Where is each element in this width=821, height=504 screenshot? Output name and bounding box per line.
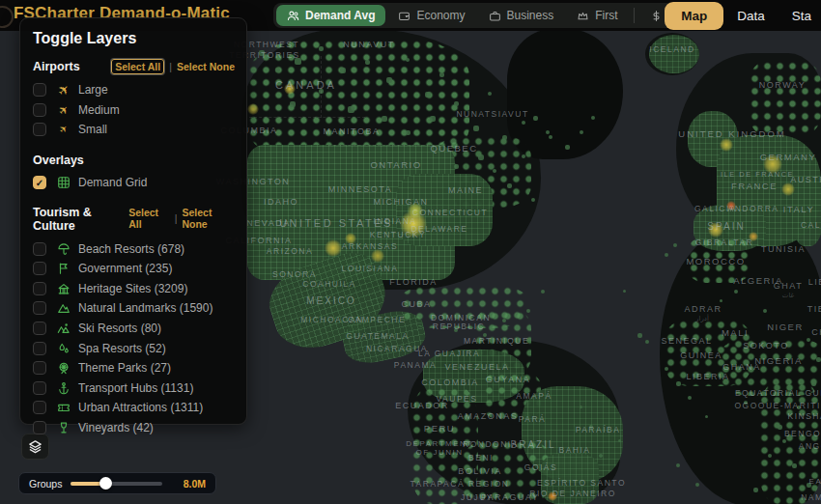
layer-checkbox[interactable] bbox=[33, 401, 46, 414]
map-label: BENGO bbox=[784, 429, 821, 438]
demand-dot bbox=[565, 145, 570, 150]
select-none-link[interactable]: Select None bbox=[182, 207, 235, 230]
layers-icon bbox=[28, 439, 42, 454]
layer-row-transport-hubs: Transport Hubs (1131) bbox=[33, 378, 235, 399]
layer-checkbox[interactable] bbox=[33, 103, 46, 117]
layer-checkbox[interactable] bbox=[33, 282, 46, 295]
map-label: ADRAR bbox=[684, 304, 722, 314]
layer-label: Transport Hubs (1131) bbox=[78, 381, 193, 395]
map-label: ESPÍRITO SANTO bbox=[537, 478, 626, 488]
wallet-icon bbox=[398, 10, 410, 22]
demand-patch bbox=[541, 454, 599, 504]
map-label: CANADA bbox=[275, 79, 337, 91]
demand-patch bbox=[247, 145, 455, 280]
map-label: RIO DE JANEIRO bbox=[529, 489, 615, 498]
beach-umbrella-icon bbox=[55, 242, 72, 256]
demand-dot bbox=[439, 72, 444, 77]
layer-row-government: Government (235) bbox=[33, 259, 235, 279]
map-label: NIGERIA bbox=[754, 355, 803, 366]
map-label: SENEGAL bbox=[661, 336, 712, 346]
demand-hotspot bbox=[247, 103, 259, 115]
map-label: COAHUILA bbox=[302, 279, 355, 289]
map-label: MICHIGAN bbox=[374, 197, 429, 207]
plane-icon: ✈ bbox=[55, 104, 72, 116]
demand-dot bbox=[522, 121, 525, 125]
class-button-business[interactable]: Business bbox=[478, 5, 565, 26]
layer-checkbox[interactable] bbox=[33, 301, 46, 315]
select-none-link[interactable]: Select None bbox=[177, 61, 235, 72]
demand-dot bbox=[430, 116, 436, 122]
layer-checkbox[interactable] bbox=[33, 123, 46, 136]
map-label: CUBA bbox=[401, 299, 431, 309]
main-nav: MapDataSta bbox=[665, 0, 821, 31]
demand-dot bbox=[319, 89, 324, 94]
demand-dot bbox=[531, 198, 535, 202]
anchor-icon bbox=[55, 381, 72, 395]
layer-row-medium: ✈Medium bbox=[33, 100, 235, 121]
land-mass bbox=[241, 29, 541, 290]
map-label: ARIZONA bbox=[267, 246, 313, 256]
demand-dot bbox=[425, 92, 431, 98]
slider-thumb[interactable] bbox=[99, 477, 112, 490]
demand-dot bbox=[811, 381, 816, 386]
map-label: INDIANA bbox=[374, 216, 417, 226]
demand-patch bbox=[522, 386, 623, 483]
layer-checkbox[interactable] bbox=[33, 421, 46, 434]
class-button-demand-avg[interactable]: Demand Avg bbox=[276, 5, 385, 26]
demand-hotspot bbox=[371, 249, 384, 263]
layer-checkbox[interactable] bbox=[33, 83, 46, 97]
class-button-first[interactable]: First bbox=[566, 5, 628, 26]
map-label: GERMANY bbox=[760, 152, 817, 162]
map-label: MANITOBA bbox=[324, 126, 381, 136]
people-icon bbox=[287, 10, 299, 22]
demand-dot bbox=[589, 425, 593, 429]
layer-row-heritage-sites: Heritage Sites (3209) bbox=[33, 279, 235, 299]
map-label: GIBRALTAR bbox=[695, 238, 753, 247]
select-all-link[interactable]: Select All bbox=[128, 207, 170, 230]
layer-checkbox[interactable] bbox=[33, 242, 46, 256]
demand-patch bbox=[665, 319, 751, 386]
briefcase-icon bbox=[489, 10, 501, 22]
nav-item-map[interactable]: Map bbox=[665, 2, 723, 30]
demand-dot bbox=[705, 415, 708, 418]
groups-slider-bar: Groups 8.0M bbox=[18, 472, 216, 494]
demand-patch bbox=[261, 245, 396, 359]
class-button-economy[interactable]: Economy bbox=[387, 5, 475, 26]
layer-checkbox[interactable] bbox=[33, 322, 46, 335]
layer-checkbox[interactable] bbox=[33, 342, 46, 355]
map-label: ANDORRA bbox=[727, 204, 779, 213]
demand-dot bbox=[340, 68, 346, 73]
demand-patch bbox=[247, 39, 469, 164]
demand-hotspot bbox=[400, 210, 427, 238]
demand-hotspot bbox=[749, 232, 758, 241]
layer-checkbox[interactable]: ✓ bbox=[33, 176, 46, 189]
demand-dot bbox=[386, 77, 392, 83]
demand-dot bbox=[541, 290, 545, 294]
demand-patch bbox=[688, 111, 738, 167]
map-label: LA GUAJIRA bbox=[418, 349, 480, 358]
demand-dot bbox=[734, 290, 738, 294]
layer-checkbox[interactable] bbox=[33, 262, 46, 275]
map-label: MICHOACAN bbox=[300, 315, 363, 324]
layer-checkbox[interactable] bbox=[33, 361, 46, 375]
demand-patch bbox=[339, 306, 429, 369]
section-header: AirportsSelect All|Select None bbox=[33, 59, 235, 74]
select-all-link[interactable]: Select All bbox=[111, 59, 164, 74]
groups-slider[interactable] bbox=[71, 477, 162, 490]
layer-checkbox[interactable] bbox=[33, 381, 46, 395]
map-label: PANAMA bbox=[394, 360, 437, 370]
demand-dot bbox=[493, 169, 496, 173]
layer-row-small: ✈Small bbox=[33, 120, 235, 140]
layer-row-large: ✈Large bbox=[33, 80, 235, 100]
section-header: Overlays bbox=[33, 154, 235, 167]
map-label: GUYANA bbox=[486, 375, 530, 384]
nav-item-sta[interactable]: Sta bbox=[779, 3, 821, 29]
demand-dot bbox=[676, 381, 681, 386]
nav-item-data[interactable]: Data bbox=[723, 3, 779, 29]
layer-row-urban-attractions: Urban Attractions (1311) bbox=[33, 398, 235, 418]
demand-hotspot bbox=[726, 201, 736, 210]
class-filter-group: Demand AvgEconomyBusinessFirstMarket bbox=[273, 3, 717, 28]
layer-label: Vineyards (42) bbox=[78, 421, 154, 434]
wine-glass-icon bbox=[55, 421, 72, 434]
demand-dot bbox=[744, 401, 748, 405]
